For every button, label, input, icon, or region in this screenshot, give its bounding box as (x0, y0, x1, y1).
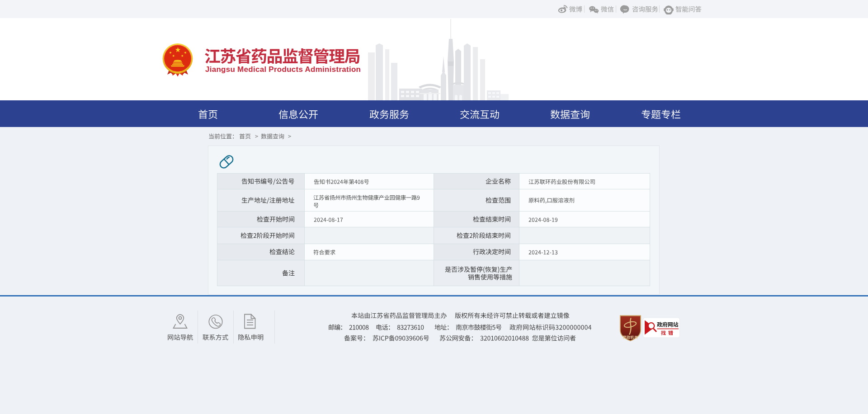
svg-text:Jiangsu Medical Products Admin: Jiangsu Medical Products Administration (205, 65, 361, 74)
